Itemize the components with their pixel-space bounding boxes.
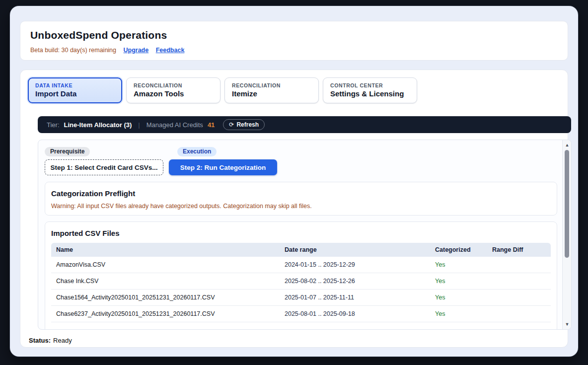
scroll-up-arrow-icon[interactable]: ▲ (563, 141, 572, 149)
step2-run-categorization-button[interactable]: Step 2: Run Categorization (169, 159, 277, 175)
table-cell-date_range: 2024-01-15 .. 2025-12-29 (280, 261, 430, 268)
tab-eyebrow: DATA INTAKE (35, 82, 115, 88)
tab-label: Amazon Tools (134, 89, 214, 98)
divider: | (138, 121, 140, 129)
table-cell-date_range: 2025-01-07 .. 2025-11-11 (280, 294, 430, 301)
table-body: AmazonVisa.CSV2024-01-15 .. 2025-12-29Ye… (51, 257, 551, 322)
header-card: UnboxedSpend Operations Beta build: 30 d… (20, 21, 568, 61)
table-cell-date_range: 2025-08-01 .. 2025-09-18 (280, 310, 430, 317)
tab-itemize[interactable]: RECONCILIATION Itemize (224, 77, 319, 103)
status-value: Ready (53, 337, 72, 344)
table-cell-name: Chase6237_Activity20250101_20251231_2026… (51, 310, 280, 317)
tab-settings-licensing[interactable]: CONTROL CENTER Settings & Licensing (323, 77, 417, 103)
scrollbar-thumb[interactable] (565, 150, 569, 258)
tab-label: Settings & Licensing (330, 89, 411, 98)
table-row: Chase Ink.CSV2025-08-02 .. 2025-12-26Yes (51, 273, 551, 290)
table-cell-categorized: Yes (430, 261, 487, 268)
tier-status-bar: Tier: Line-Item Allocator (3) | Managed … (38, 116, 571, 133)
table-cell-categorized: Yes (430, 310, 487, 317)
table-row: AmazonVisa.CSV2024-01-15 .. 2025-12-29Ye… (51, 257, 551, 273)
upgrade-link[interactable]: Upgrade (124, 47, 149, 54)
prerequisite-badge: Prerequisite (45, 147, 90, 156)
column-header-name: Name (51, 246, 280, 253)
table-row: Chase1564_Activity20250101_20251231_2026… (51, 290, 551, 306)
imported-files-card: Imported CSV Files Name Date range Categ… (45, 221, 557, 330)
refresh-label: Refresh (236, 121, 259, 128)
column-header-range-diff: Range Diff (487, 246, 551, 253)
table-cell-categorized: Yes (430, 294, 487, 301)
status-label: Status: (29, 337, 51, 344)
main-card: DATA INTAKE Import Data RECONCILIATION A… (20, 70, 568, 348)
tier-value: Line-Item Allocator (3) (64, 121, 132, 129)
app-title: UnboxedSpend Operations (30, 29, 167, 41)
refresh-icon: ⟳ (229, 121, 234, 128)
tab-eyebrow: RECONCILIATION (232, 82, 312, 88)
content-scroll-panel: Prerequisite Execution Step 1: Select Cr… (38, 140, 572, 330)
table-row: Chase6237_Activity20250101_20251231_2026… (51, 306, 551, 322)
table-cell-name: AmazonVisa.CSV (51, 261, 280, 268)
preflight-card: Categorization Preflight Warning: All in… (45, 182, 557, 216)
beta-build-line: Beta build: 30 day(s) remaining Upgrade … (30, 47, 184, 54)
refresh-button[interactable]: ⟳ Refresh (223, 119, 265, 130)
tier-label: Tier: (47, 121, 60, 129)
preflight-title: Categorization Preflight (51, 189, 135, 198)
table-header-row: Name Date range Categorized Range Diff (51, 243, 551, 257)
feedback-link[interactable]: Feedback (156, 47, 185, 54)
table-cell-categorized: Yes (430, 278, 487, 285)
tab-eyebrow: CONTROL CENTER (330, 82, 411, 88)
step1-select-csvs-button[interactable]: Step 1: Select Credit Card CSVs... (45, 159, 163, 175)
tab-label: Import Data (35, 89, 115, 98)
vertical-scrollbar[interactable]: ▲ ▼ (562, 140, 571, 329)
scroll-down-arrow-icon[interactable]: ▼ (563, 320, 572, 328)
tab-label: Itemize (232, 89, 312, 98)
table-cell-name: Chase Ink.CSV (51, 278, 280, 285)
column-header-date-range: Date range (280, 246, 430, 253)
tab-bar: DATA INTAKE Import Data RECONCILIATION A… (28, 77, 417, 103)
execution-badge: Execution (177, 147, 217, 156)
column-header-categorized: Categorized (430, 246, 487, 253)
status-line: Status:Ready (29, 337, 72, 344)
preflight-warning: Warning: All input CSV files already hav… (51, 203, 312, 210)
beta-build-text: Beta build: 30 day(s) remaining (30, 47, 116, 54)
app-window: UnboxedSpend Operations Beta build: 30 d… (10, 6, 578, 357)
credits-value: 41 (208, 121, 215, 129)
tab-import-data[interactable]: DATA INTAKE Import Data (28, 77, 122, 103)
credits-label: Managed AI Credits (147, 121, 203, 129)
table-cell-date_range: 2025-08-02 .. 2025-12-26 (280, 278, 430, 285)
table-cell-name: Chase1564_Activity20250101_20251231_2026… (51, 294, 280, 301)
imported-files-title: Imported CSV Files (51, 229, 120, 237)
tab-amazon-tools[interactable]: RECONCILIATION Amazon Tools (126, 77, 220, 103)
tab-eyebrow: RECONCILIATION (134, 82, 214, 88)
files-table: Name Date range Categorized Range Diff A… (51, 243, 551, 322)
